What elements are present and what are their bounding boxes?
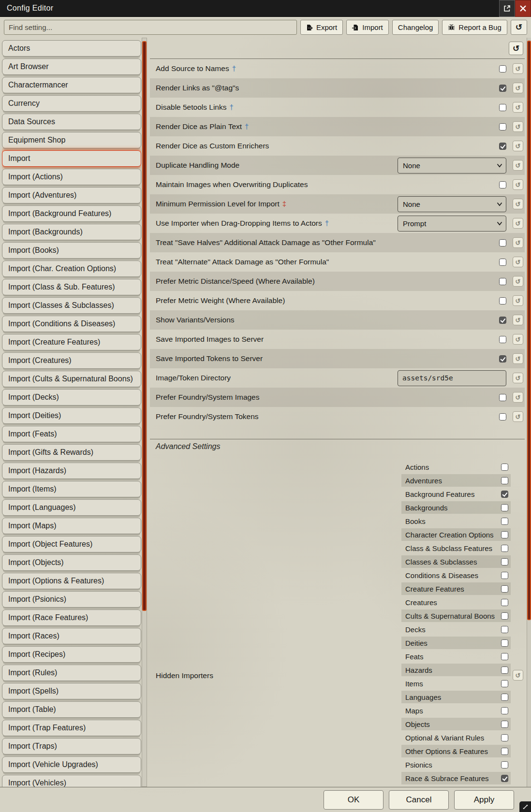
sidebar-item-import-char-creation-options[interactable]: Import (Char. Creation Options) [2,261,141,277]
sidebar-item-equipment-shop[interactable]: Equipment Shop [2,132,141,148]
sidebar-item-import-recipes[interactable]: Import (Recipes) [2,646,141,663]
hidden-importer-checkbox[interactable] [501,639,508,647]
setting-checkbox[interactable] [499,297,506,304]
search-input[interactable] [4,20,297,35]
hidden-importer-checkbox[interactable] [501,734,508,741]
sidebar-item-import-objects[interactable]: Import (Objects) [2,554,141,571]
hidden-importer-checkbox[interactable] [501,761,508,768]
hidden-importer-checkbox[interactable] [501,531,508,538]
sidebar-item-currency[interactable]: Currency [2,95,141,112]
hidden-importer-checkbox[interactable] [501,477,508,484]
sidebar-item-import-trap-features[interactable]: Import (Trap Features) [2,720,141,736]
sidebar-item-import-conditions-diseases[interactable]: Import (Conditions & Diseases) [2,316,141,332]
reset-setting-button[interactable]: ↺ [513,102,523,113]
sidebar-item-import-decks[interactable]: Import (Decks) [2,389,141,406]
sidebar-item-import-class-sub-features[interactable]: Import (Class & Sub. Features) [2,279,141,295]
hidden-importer-checkbox[interactable] [501,667,508,674]
sidebar-item-import-background-features[interactable]: Import (Background Features) [2,205,141,222]
reset-setting-button[interactable]: ↺ [513,353,523,364]
close-button[interactable] [515,0,531,17]
popout-button[interactable] [499,0,515,17]
cancel-button[interactable]: Cancel [389,790,449,810]
hidden-importer-checkbox[interactable] [501,612,508,620]
reset-setting-button[interactable]: ↺ [513,257,523,267]
setting-checkbox[interactable] [499,336,506,343]
reset-setting-button[interactable]: ↺ [513,295,523,306]
sidebar-item-import-vehicle-upgrades[interactable]: Import (Vehicle Upgrades) [2,756,141,773]
setting-select[interactable]: Prompt [398,216,506,232]
setting-checkbox[interactable] [499,278,506,285]
sidebar-item-actors[interactable]: Actors [2,40,141,57]
hidden-importer-checkbox[interactable] [501,626,508,633]
sidebar-item-import-adventures[interactable]: Import (Adventures) [2,187,141,203]
hidden-importer-checkbox[interactable] [501,653,508,660]
reset-section-button[interactable]: ↺ [509,42,523,55]
reset-setting-button[interactable]: ↺ [513,199,523,209]
setting-checkbox[interactable] [499,143,506,150]
sidebar-item-import-spells[interactable]: Import (Spells) [2,683,141,699]
report-bug-button[interactable]: Report a Bug [442,20,507,35]
hidden-importer-checkbox[interactable] [501,545,508,552]
sidebar-item-import-creature-features[interactable]: Import (Creature Features) [2,334,141,350]
setting-checkbox[interactable] [499,239,506,246]
hidden-importer-checkbox[interactable] [501,572,508,579]
reset-setting-button[interactable]: ↺ [513,411,523,422]
sidebar-item-import-deities[interactable]: Import (Deities) [2,407,141,424]
setting-select[interactable]: None [398,158,506,174]
reset-hidden-importers-button[interactable]: ↺ [513,670,523,681]
sidebar-item-import-object-features[interactable]: Import (Object Features) [2,536,141,552]
hidden-importer-checkbox[interactable] [501,464,508,471]
hidden-importer-checkbox[interactable] [501,491,508,498]
hidden-importer-checkbox[interactable] [501,585,508,593]
hidden-importer-checkbox[interactable] [501,518,508,525]
sidebar-item-import-table[interactable]: Import (Table) [2,701,141,718]
sidebar-item-import-cults-supernatural-boons[interactable]: Import (Cults & Supernatural Boons) [2,371,141,387]
sidebar-item-import-vehicles[interactable]: Import (Vehicles) [2,775,141,787]
sidebar-item-import-races[interactable]: Import (Races) [2,628,141,644]
sidebar-item-art-browser[interactable]: Art Browser [2,58,141,75]
resize-handle[interactable] [519,801,531,812]
sidebar-item-import-gifts-rewards[interactable]: Import (Gifts & Rewards) [2,444,141,461]
sidebar-item-import-rules[interactable]: Import (Rules) [2,665,141,681]
setting-text-input[interactable] [398,370,506,386]
hidden-importer-checkbox[interactable] [501,680,508,687]
reset-setting-button[interactable]: ↺ [513,392,523,403]
setting-checkbox[interactable] [499,413,506,420]
sidebar-item-import-options-features[interactable]: Import (Options & Features) [2,573,141,589]
hidden-importer-checkbox[interactable] [501,707,508,714]
sidebar-item-import-race-features[interactable]: Import (Race Features) [2,609,141,626]
reset-setting-button[interactable]: ↺ [513,179,523,190]
sidebar-item-charactermancer[interactable]: Charactermancer [2,77,141,93]
main-scrollbar-thumb[interactable] [527,41,531,620]
sidebar-item-import-feats[interactable]: Import (Feats) [2,426,141,442]
setting-checkbox[interactable] [499,181,506,188]
hidden-importer-checkbox[interactable] [501,775,508,782]
export-button[interactable]: Export [300,20,343,35]
reset-setting-button[interactable]: ↺ [513,63,523,74]
sidebar-scrollbar[interactable] [142,38,147,787]
setting-checkbox[interactable] [499,104,506,111]
main-scrollbar[interactable] [527,38,531,787]
setting-checkbox[interactable] [499,394,506,401]
reset-setting-button[interactable]: ↺ [513,315,523,325]
sidebar-item-import-books[interactable]: Import (Books) [2,242,141,259]
reset-setting-button[interactable]: ↺ [513,334,523,345]
sidebar-item-import-backgrounds[interactable]: Import (Backgrounds) [2,224,141,240]
sidebar-item-import-traps[interactable]: Import (Traps) [2,738,141,754]
reset-setting-button[interactable]: ↺ [513,83,523,93]
sidebar-item-import-items[interactable]: Import (Items) [2,481,141,497]
setting-select[interactable]: None [398,196,506,212]
setting-checkbox[interactable] [499,65,506,72]
sidebar-item-import-maps[interactable]: Import (Maps) [2,518,141,534]
sidebar-scrollbar-thumb[interactable] [142,41,147,611]
reset-setting-button[interactable]: ↺ [513,373,523,383]
sidebar-item-import-psionics[interactable]: Import (Psionics) [2,591,141,608]
setting-checkbox[interactable] [499,317,506,324]
sidebar-item-import-classes-subclasses[interactable]: Import (Classes & Subclasses) [2,297,141,314]
hidden-importer-checkbox[interactable] [501,504,508,511]
hidden-importer-checkbox[interactable] [501,721,508,728]
setting-checkbox[interactable] [499,123,506,130]
setting-checkbox[interactable] [499,85,506,92]
hidden-importer-checkbox[interactable] [501,748,508,755]
ok-button[interactable]: OK [324,790,384,810]
